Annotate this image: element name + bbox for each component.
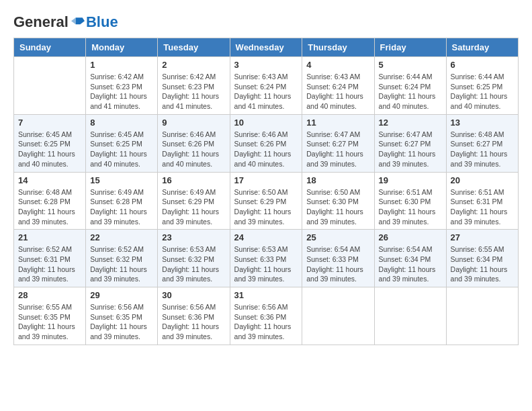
calendar-cell: 25Sunrise: 6:54 AM Sunset: 6:33 PM Dayli… bbox=[302, 230, 374, 287]
calendar-cell: 7Sunrise: 6:45 AM Sunset: 6:25 PM Daylig… bbox=[14, 114, 86, 172]
calendar-header-row: SundayMondayTuesdayWednesdayThursdayFrid… bbox=[14, 38, 519, 57]
day-number: 15 bbox=[90, 175, 153, 185]
day-number: 22 bbox=[90, 232, 153, 242]
calendar-cell: 31Sunrise: 6:56 AM Sunset: 6:36 PM Dayli… bbox=[230, 287, 302, 345]
calendar-cell: 13Sunrise: 6:48 AM Sunset: 6:27 PM Dayli… bbox=[446, 114, 518, 172]
day-number: 12 bbox=[379, 118, 442, 128]
day-number: 8 bbox=[90, 118, 153, 128]
calendar-cell: 8Sunrise: 6:45 AM Sunset: 6:25 PM Daylig… bbox=[86, 114, 158, 172]
day-info: Sunrise: 6:56 AM Sunset: 6:36 PM Dayligh… bbox=[234, 302, 298, 342]
day-number: 9 bbox=[162, 118, 225, 128]
calendar-cell: 11Sunrise: 6:47 AM Sunset: 6:27 PM Dayli… bbox=[302, 114, 374, 172]
day-number: 1 bbox=[90, 60, 153, 70]
day-info: Sunrise: 6:56 AM Sunset: 6:35 PM Dayligh… bbox=[90, 302, 153, 342]
day-number: 20 bbox=[451, 175, 514, 185]
day-info: Sunrise: 6:42 AM Sunset: 6:23 PM Dayligh… bbox=[90, 72, 153, 111]
day-number: 27 bbox=[451, 232, 514, 242]
calendar-cell: 12Sunrise: 6:47 AM Sunset: 6:27 PM Dayli… bbox=[374, 114, 446, 172]
day-header-thursday: Thursday bbox=[302, 38, 374, 57]
day-number: 13 bbox=[451, 118, 514, 128]
day-info: Sunrise: 6:53 AM Sunset: 6:32 PM Dayligh… bbox=[162, 244, 225, 284]
logo-general-text: General bbox=[13, 13, 69, 31]
day-number: 5 bbox=[379, 60, 442, 70]
day-info: Sunrise: 6:55 AM Sunset: 6:34 PM Dayligh… bbox=[451, 244, 514, 284]
day-info: Sunrise: 6:56 AM Sunset: 6:36 PM Dayligh… bbox=[162, 302, 225, 342]
day-header-saturday: Saturday bbox=[446, 38, 518, 57]
day-number: 29 bbox=[90, 290, 153, 300]
calendar-cell: 28Sunrise: 6:55 AM Sunset: 6:35 PM Dayli… bbox=[14, 287, 86, 345]
calendar-cell: 26Sunrise: 6:54 AM Sunset: 6:34 PM Dayli… bbox=[374, 230, 446, 287]
calendar-week-2: 7Sunrise: 6:45 AM Sunset: 6:25 PM Daylig… bbox=[14, 114, 519, 172]
day-info: Sunrise: 6:52 AM Sunset: 6:32 PM Dayligh… bbox=[90, 244, 153, 284]
page-header: General Blue bbox=[13, 13, 519, 31]
day-number: 25 bbox=[306, 232, 369, 242]
day-number: 26 bbox=[379, 232, 442, 242]
day-number: 6 bbox=[451, 60, 514, 70]
day-info: Sunrise: 6:44 AM Sunset: 6:24 PM Dayligh… bbox=[379, 72, 442, 111]
day-number: 16 bbox=[162, 175, 225, 185]
day-number: 24 bbox=[234, 232, 298, 242]
calendar-table: SundayMondayTuesdayWednesdayThursdayFrid… bbox=[13, 38, 519, 345]
day-info: Sunrise: 6:47 AM Sunset: 6:27 PM Dayligh… bbox=[306, 130, 369, 169]
day-info: Sunrise: 6:42 AM Sunset: 6:23 PM Dayligh… bbox=[162, 72, 225, 111]
day-number: 30 bbox=[162, 290, 225, 300]
calendar-cell bbox=[302, 287, 374, 345]
calendar-cell: 19Sunrise: 6:51 AM Sunset: 6:30 PM Dayli… bbox=[374, 172, 446, 230]
calendar-cell bbox=[14, 57, 86, 115]
calendar-cell: 3Sunrise: 6:43 AM Sunset: 6:24 PM Daylig… bbox=[230, 57, 302, 115]
day-info: Sunrise: 6:50 AM Sunset: 6:29 PM Dayligh… bbox=[234, 187, 298, 227]
calendar-cell: 29Sunrise: 6:56 AM Sunset: 6:35 PM Dayli… bbox=[86, 287, 158, 345]
day-info: Sunrise: 6:51 AM Sunset: 6:31 PM Dayligh… bbox=[451, 187, 514, 227]
calendar-cell: 16Sunrise: 6:49 AM Sunset: 6:29 PM Dayli… bbox=[158, 172, 230, 230]
day-info: Sunrise: 6:49 AM Sunset: 6:29 PM Dayligh… bbox=[162, 187, 225, 227]
day-info: Sunrise: 6:48 AM Sunset: 6:28 PM Dayligh… bbox=[18, 187, 81, 227]
day-number: 7 bbox=[18, 118, 81, 128]
day-number: 4 bbox=[306, 60, 369, 70]
calendar-cell: 17Sunrise: 6:50 AM Sunset: 6:29 PM Dayli… bbox=[230, 172, 302, 230]
day-number: 31 bbox=[234, 290, 298, 300]
day-info: Sunrise: 6:52 AM Sunset: 6:31 PM Dayligh… bbox=[18, 244, 81, 284]
day-info: Sunrise: 6:50 AM Sunset: 6:30 PM Dayligh… bbox=[306, 187, 369, 227]
day-header-tuesday: Tuesday bbox=[158, 38, 230, 57]
day-number: 14 bbox=[18, 175, 81, 185]
day-info: Sunrise: 6:54 AM Sunset: 6:34 PM Dayligh… bbox=[379, 244, 442, 284]
day-header-monday: Monday bbox=[86, 38, 158, 57]
day-header-wednesday: Wednesday bbox=[230, 38, 302, 57]
day-info: Sunrise: 6:53 AM Sunset: 6:33 PM Dayligh… bbox=[234, 244, 298, 284]
calendar-cell: 23Sunrise: 6:53 AM Sunset: 6:32 PM Dayli… bbox=[158, 230, 230, 287]
logo-icon bbox=[71, 15, 85, 29]
day-info: Sunrise: 6:46 AM Sunset: 6:26 PM Dayligh… bbox=[162, 130, 225, 169]
day-number: 18 bbox=[306, 175, 369, 185]
calendar-cell: 20Sunrise: 6:51 AM Sunset: 6:31 PM Dayli… bbox=[446, 172, 518, 230]
day-info: Sunrise: 6:54 AM Sunset: 6:33 PM Dayligh… bbox=[306, 244, 369, 284]
calendar-cell: 5Sunrise: 6:44 AM Sunset: 6:24 PM Daylig… bbox=[374, 57, 446, 115]
day-number: 19 bbox=[379, 175, 442, 185]
day-number: 10 bbox=[234, 118, 298, 128]
calendar-week-5: 28Sunrise: 6:55 AM Sunset: 6:35 PM Dayli… bbox=[14, 287, 519, 345]
day-number: 23 bbox=[162, 232, 225, 242]
day-info: Sunrise: 6:48 AM Sunset: 6:27 PM Dayligh… bbox=[451, 130, 514, 169]
day-info: Sunrise: 6:43 AM Sunset: 6:24 PM Dayligh… bbox=[234, 72, 298, 111]
day-info: Sunrise: 6:51 AM Sunset: 6:30 PM Dayligh… bbox=[379, 187, 442, 227]
day-info: Sunrise: 6:49 AM Sunset: 6:28 PM Dayligh… bbox=[90, 187, 153, 227]
logo-blue-text: Blue bbox=[86, 13, 118, 31]
day-number: 11 bbox=[306, 118, 369, 128]
calendar-cell: 14Sunrise: 6:48 AM Sunset: 6:28 PM Dayli… bbox=[14, 172, 86, 230]
day-info: Sunrise: 6:55 AM Sunset: 6:35 PM Dayligh… bbox=[18, 302, 81, 342]
day-number: 17 bbox=[234, 175, 298, 185]
day-number: 2 bbox=[162, 60, 225, 70]
calendar-cell: 30Sunrise: 6:56 AM Sunset: 6:36 PM Dayli… bbox=[158, 287, 230, 345]
calendar-cell bbox=[374, 287, 446, 345]
calendar-cell: 18Sunrise: 6:50 AM Sunset: 6:30 PM Dayli… bbox=[302, 172, 374, 230]
day-number: 28 bbox=[18, 290, 81, 300]
day-info: Sunrise: 6:44 AM Sunset: 6:25 PM Dayligh… bbox=[451, 72, 514, 111]
calendar-cell: 9Sunrise: 6:46 AM Sunset: 6:26 PM Daylig… bbox=[158, 114, 230, 172]
day-info: Sunrise: 6:45 AM Sunset: 6:25 PM Dayligh… bbox=[18, 130, 81, 169]
day-header-sunday: Sunday bbox=[14, 38, 86, 57]
calendar-cell: 2Sunrise: 6:42 AM Sunset: 6:23 PM Daylig… bbox=[158, 57, 230, 115]
calendar-week-4: 21Sunrise: 6:52 AM Sunset: 6:31 PM Dayli… bbox=[14, 230, 519, 287]
calendar-cell: 27Sunrise: 6:55 AM Sunset: 6:34 PM Dayli… bbox=[446, 230, 518, 287]
day-number: 21 bbox=[18, 232, 81, 242]
calendar-cell: 24Sunrise: 6:53 AM Sunset: 6:33 PM Dayli… bbox=[230, 230, 302, 287]
calendar-cell: 1Sunrise: 6:42 AM Sunset: 6:23 PM Daylig… bbox=[86, 57, 158, 115]
